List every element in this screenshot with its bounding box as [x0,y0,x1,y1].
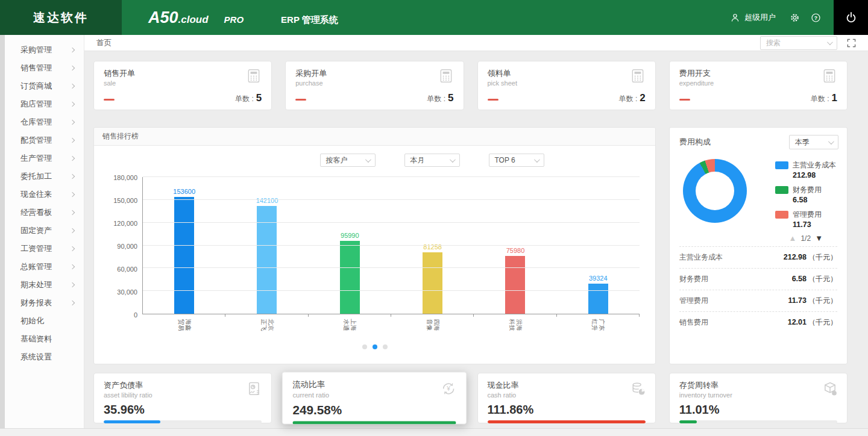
y-tick-label: 150,000 [105,197,137,204]
sidebar-item-label: 销售管理 [20,63,52,73]
x-axis-label: 广东红升 [591,317,605,333]
carousel-dot-1[interactable] [373,344,377,349]
bar-0[interactable]: 153600海鑫贸易 [143,177,225,314]
legend-item-1[interactable]: 财务费用6.58 [775,185,836,204]
bar-5[interactable]: 39324广东红升 [557,177,640,314]
bar-rect [423,252,442,314]
sidebar-item-4[interactable]: 仓库管理 [5,113,84,131]
stat-card-pick-sheet[interactable]: 领料单 pick sheet 单数 : [477,61,656,110]
chevron-down-icon [828,139,834,145]
stat-card-sale[interactable]: 销售开单 sale 单数 :5 [93,61,272,110]
sidebar-item-9[interactable]: 经营看板 [5,204,84,222]
metric-card-current-ratio[interactable]: 流动比率 current ratio 249.58% ¥ [282,372,467,425]
metric-value: 35.96% [104,403,262,417]
bar-1[interactable]: 142100北京正飞 [225,177,308,314]
bar-rect [505,256,525,314]
sidebar-item-label: 财务报表 [20,297,52,308]
bar-value-label: 95990 [341,232,359,239]
legend-swatch [775,186,788,194]
help-icon[interactable]: ? [810,12,822,23]
global-search-placeholder: 搜索 [766,38,781,48]
filter-top-select[interactable]: TOP 6 [489,154,544,167]
sales-ranking-panel: 销售排行榜 按客户 本月 TOP 6 [93,127,656,364]
sidebar-item-6[interactable]: 生产管理 [5,149,84,167]
chevron-right-icon [70,174,75,179]
sidebar-item-3[interactable]: 跑店管理 [5,95,84,113]
legend-item-0[interactable]: 主营业务成本212.98 [775,160,836,179]
metric-card-cash-ratio[interactable]: 现金比率 cash ratio 111.86% [477,373,656,423]
page-indicator: 1/2 [800,234,811,243]
metric-value: 249.58% [293,403,456,417]
bar-rect [340,241,360,314]
x-axis-label: 洪海科技 [508,317,522,333]
x-axis-label: 四海音像 [426,317,439,333]
sidebar-item-1[interactable]: 销售管理 [5,59,84,77]
gridline [143,290,640,291]
sidebar-item-0[interactable]: 采购管理 [5,41,84,59]
sidebar-item-label: 委托加工 [20,171,52,182]
sidebar-item-16[interactable]: 基础资料 [5,330,84,348]
red-dash [295,99,306,101]
user-menu[interactable]: 超级用户 [729,12,776,23]
legend-value: 212.98 [793,171,836,179]
stat-count: 单数 :5 [427,92,453,104]
legend-item-2[interactable]: 管理费用11.73 [775,210,836,229]
sidebar-item-label: 仓库管理 [20,117,52,128]
expense-donut[interactable] [683,159,747,223]
fee-row-0: 主营业务成本212.98（千元） [679,246,837,268]
stat-count: 单数 :5 [235,92,262,104]
carousel-dot-2[interactable] [383,344,388,349]
stat-card-expenditure[interactable]: 费用开支 expenditure 单数 [669,61,848,110]
red-dash [488,99,498,101]
sidebar-item-17[interactable]: 系统设置 [5,348,84,366]
page-up-icon[interactable]: ▲ [789,234,797,243]
metric-card-inventory-turnover[interactable]: 存货周转率 inventory turnover 11.01% [669,373,848,423]
bar-2[interactable]: 95990上海水通 [309,177,391,314]
filter-period-select[interactable]: 本月 [404,154,460,167]
stat-subtitle: sale [104,79,135,87]
sidebar-item-14[interactable]: 财务报表 [5,294,84,312]
sidebar-item-label: 总账管理 [20,261,52,272]
fullscreen-icon[interactable] [847,39,856,48]
legend-value: 6.58 [793,196,822,204]
metric-card-asset-liability-ratio[interactable]: 资产负债率 asset libility ratio 35.96% [93,373,272,423]
chevron-right-icon [70,48,75,52]
red-dash [679,99,690,101]
red-dash [104,99,115,101]
fee-row-2: 管理费用11.73（千元） [679,290,837,311]
power-icon [844,11,858,24]
sidebar-item-label: 生产管理 [20,153,52,164]
product-domain: .cloud [178,14,209,26]
global-search-select[interactable]: 搜索 [760,36,837,50]
bar-value-label: 39324 [589,275,608,282]
sidebar-item-12[interactable]: 总账管理 [5,258,84,276]
sidebar-item-8[interactable]: 现金往来 [5,185,84,204]
sidebar-item-2[interactable]: 订货商城 [5,77,84,95]
horizontal-scrollbar[interactable] [0,428,868,436]
sidebar-item-15[interactable]: 初始化 [5,312,84,330]
breadcrumb[interactable]: 首页 [96,38,112,48]
bar-3[interactable]: 81258四海音像 [391,177,474,314]
stat-card-purchase[interactable]: 采购开单 purchase 单数 :5 [285,61,464,110]
x-axis-label: 北京正飞 [260,317,274,333]
fee-value: 12.01（千元） [788,317,837,328]
logout-button[interactable] [834,0,868,35]
stat-count: 单数 :2 [619,92,646,104]
product-title: A50 .cloud PRO ERP 管理系统 [148,8,338,27]
sidebar-item-7[interactable]: 委托加工 [5,167,84,185]
gridline [143,267,640,268]
page-down-icon[interactable]: ▼ [815,234,823,243]
filter-by-customer-select[interactable]: 按客户 [320,154,376,167]
chevron-right-icon [70,210,75,215]
bar-value-label: 153600 [173,188,195,195]
sidebar-item-13[interactable]: 期末处理 [5,276,84,294]
bar-4[interactable]: 75980洪海科技 [474,177,556,314]
gear-icon[interactable] [789,12,800,23]
sidebar-item-5[interactable]: 配货管理 [5,131,84,149]
sidebar-item-11[interactable]: 工资管理 [5,240,84,258]
metric-value: 11.01% [679,403,837,417]
expense-period-select[interactable]: 本季 [789,135,838,149]
fee-value: 11.73（千元） [788,296,837,306]
carousel-dot-0[interactable] [362,344,367,349]
sidebar-item-10[interactable]: 固定资产 [5,222,84,240]
